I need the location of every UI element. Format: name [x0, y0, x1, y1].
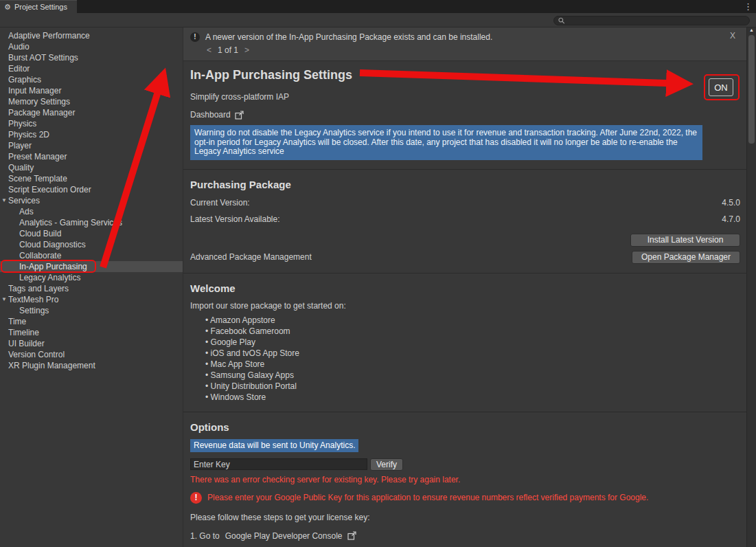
toolbar	[0, 13, 756, 27]
banner-close-button[interactable]: X	[730, 31, 735, 41]
sidebar-item-player[interactable]: Player	[0, 140, 183, 151]
store-list-item: Google Play	[205, 337, 740, 348]
search-box[interactable]	[553, 16, 750, 25]
welcome-intro-text: Import our store package to get started …	[190, 301, 740, 311]
sidebar-item-graphics[interactable]: Graphics	[0, 74, 183, 85]
sidebar-item-tags-and-layers[interactable]: Tags and Layers	[0, 283, 183, 294]
analytics-note-highlight: Revenue data will be sent to Unity Analy…	[190, 439, 358, 452]
pager-text: 1 of 1	[218, 45, 238, 55]
welcome-heading: Welcome	[190, 282, 740, 295]
tab-project-settings[interactable]: ⚙ Project Settings	[0, 0, 77, 13]
vertical-scrollbar[interactable]: ▲	[746, 27, 756, 547]
verify-key-button[interactable]: Verify	[370, 458, 403, 471]
sidebar-item-input-manager[interactable]: Input Manager	[0, 85, 183, 96]
advanced-package-management-label: Advanced Package Management	[190, 252, 312, 262]
scrollbar-thumb[interactable]	[748, 35, 755, 144]
sidebar-item-collaborate[interactable]: Collaborate	[0, 250, 183, 261]
sidebar-item-cloud-diagnostics[interactable]: Cloud Diagnostics	[0, 239, 183, 250]
sidebar-item-analytics-gaming-services[interactable]: Analytics - Gaming Services	[0, 217, 183, 228]
sidebar-item-editor[interactable]: Editor	[0, 63, 183, 74]
store-list-item: Mac App Store	[205, 359, 740, 370]
section-divider	[183, 412, 746, 412]
open-package-manager-button[interactable]: Open Package Manager	[632, 251, 740, 264]
banner-message: A newer version of the In-App Purchasing…	[205, 32, 492, 42]
settings-sidebar: Adaptive Performance Audio Burst AOT Set…	[0, 27, 183, 547]
server-error-text: There was an error checking server for e…	[190, 475, 740, 484]
pager-prev-button[interactable]: <	[207, 45, 211, 55]
store-list-item: Unity Distribution Portal	[205, 381, 740, 392]
license-steps-intro: Please follow these steps to get your li…	[190, 513, 740, 522]
options-heading: Options	[190, 421, 740, 434]
sidebar-item-physics[interactable]: Physics	[0, 118, 183, 129]
current-version-value: 4.5.0	[722, 198, 740, 208]
sidebar-item-cloud-build[interactable]: Cloud Build	[0, 228, 183, 239]
external-link-icon	[235, 111, 244, 120]
sidebar-item-ui-builder[interactable]: UI Builder	[0, 338, 183, 349]
gear-icon: ⚙	[4, 3, 11, 12]
google-play-console-link[interactable]: Google Play Developer Console	[225, 531, 343, 541]
sidebar-item-timeline[interactable]: Timeline	[0, 327, 183, 338]
sidebar-item-preset-manager[interactable]: Preset Manager	[0, 151, 183, 162]
update-notification-banner: ! A newer version of the In-App Purchasi…	[183, 27, 746, 61]
store-list-item: Windows Store	[205, 392, 740, 403]
sidebar-item-quality[interactable]: Quality	[0, 162, 183, 173]
sidebar-item-version-control[interactable]: Version Control	[0, 349, 183, 360]
dashboard-link-label: Dashboard	[190, 110, 231, 120]
info-icon: !	[190, 32, 200, 42]
install-latest-version-button[interactable]: Install Latest Version	[630, 234, 740, 247]
current-version-label: Current Version:	[190, 198, 722, 208]
kebab-menu-icon[interactable]: ⋮	[744, 1, 753, 12]
sidebar-item-adaptive-performance[interactable]: Adaptive Performance	[0, 30, 183, 41]
section-divider	[183, 273, 746, 274]
titlebar: ⚙ Project Settings ⋮	[0, 0, 756, 13]
store-list-item: iOS and tvOS App Store	[205, 348, 740, 359]
google-key-error-text: Please enter your Google Public Key for …	[207, 493, 648, 502]
banner-pager: < 1 of 1 >	[207, 45, 740, 55]
store-list-item: Amazon Appstore	[205, 315, 740, 326]
legacy-analytics-warning: Warning do not disable the Legacy Analyt…	[190, 125, 702, 160]
store-list-item: Samsung Galaxy Apps	[205, 370, 740, 381]
purchasing-package-heading: Purchasing Package	[190, 179, 740, 191]
search-icon	[558, 17, 565, 24]
pager-next-button[interactable]: >	[244, 45, 249, 55]
sidebar-item-audio[interactable]: Audio	[0, 41, 183, 52]
external-link-icon[interactable]	[347, 531, 356, 540]
settings-content: ! A newer version of the In-App Purchasi…	[183, 27, 746, 547]
sidebar-item-script-execution-order[interactable]: Script Execution Order	[0, 184, 183, 195]
sidebar-item-scene-template[interactable]: Scene Template	[0, 173, 183, 184]
latest-version-value: 4.7.0	[722, 214, 740, 224]
sidebar-item-package-manager[interactable]: Package Manager	[0, 107, 183, 118]
sidebar-item-legacy-analytics[interactable]: Legacy Analytics	[0, 272, 183, 283]
google-key-input[interactable]	[190, 458, 367, 470]
error-icon: !	[190, 492, 202, 504]
step-1-prefix: 1. Go to	[190, 531, 220, 541]
search-input[interactable]	[568, 16, 746, 25]
sidebar-item-burst-aot-settings[interactable]: Burst AOT Settings	[0, 52, 183, 63]
sidebar-item-label: Services	[8, 196, 40, 205]
section-divider	[183, 169, 746, 170]
sidebar-item-in-app-purchasing[interactable]: In-App Purchasing	[0, 261, 183, 272]
dashboard-link[interactable]: Dashboard	[190, 110, 740, 120]
sidebar-item-services[interactable]: ▼ Services	[0, 195, 183, 206]
sidebar-item-physics-2d[interactable]: Physics 2D	[0, 129, 183, 140]
sidebar-item-xr-plugin-management[interactable]: XR Plugin Management	[0, 360, 183, 371]
sidebar-item-label: TextMesh Pro	[8, 295, 58, 304]
sidebar-item-textmeshpro-settings[interactable]: Settings	[0, 305, 183, 316]
page-title: In-App Purchasing Settings	[190, 68, 740, 82]
store-list: Amazon Appstore Facebook Gameroom Google…	[205, 315, 740, 403]
simplify-iap-label: Simplify cross-platform IAP	[190, 92, 740, 102]
sidebar-item-textmesh-pro[interactable]: ▼ TextMesh Pro	[0, 294, 183, 305]
sidebar-item-ads[interactable]: Ads	[0, 206, 183, 217]
latest-version-label: Latest Version Available:	[190, 214, 722, 224]
sidebar-item-memory-settings[interactable]: Memory Settings	[0, 96, 183, 107]
foldout-open-icon[interactable]: ▼	[1, 195, 7, 206]
sidebar-item-time[interactable]: Time	[0, 316, 183, 327]
step-1: 1. Go to Google Play Developer Console	[190, 531, 740, 541]
window-title: Project Settings	[14, 3, 67, 11]
foldout-open-icon[interactable]: ▼	[1, 294, 7, 305]
scroll-up-icon[interactable]: ▲	[749, 27, 754, 32]
store-list-item: Facebook Gameroom	[205, 326, 740, 337]
